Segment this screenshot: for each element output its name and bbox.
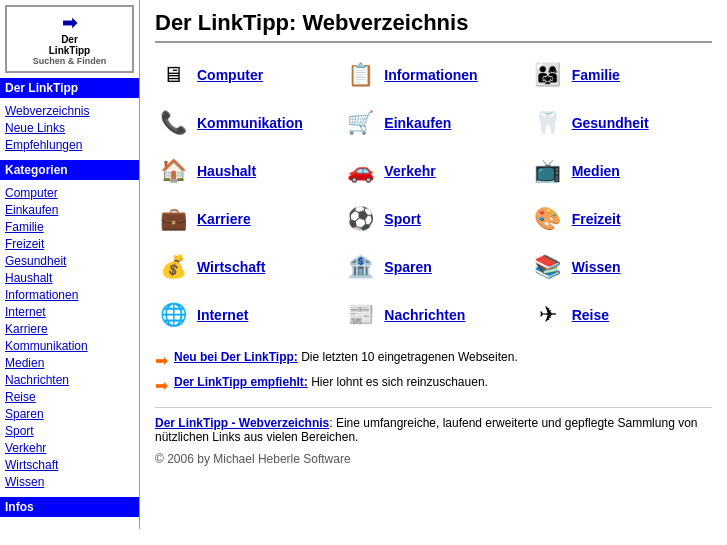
cat-link-einkaufen[interactable]: Einkaufen (384, 115, 451, 131)
cat-link-internet[interactable]: Internet (197, 307, 248, 323)
info-link-empfiehlt[interactable]: Der LinkTipp empfiehlt: (174, 375, 308, 389)
logo-arrow-icon: ➡ (62, 12, 77, 34)
cat-link-reise[interactable]: Reise (572, 307, 609, 323)
info-rows: ➡ Neu bei Der LinkTipp: Die letzten 10 e… (155, 350, 712, 395)
sidebar-item-sparen[interactable]: Sparen (5, 405, 134, 422)
cat-item-verkehr[interactable]: Verkehr (342, 151, 524, 191)
cat-item-kommunikation[interactable]: Kommunikation (155, 103, 337, 143)
cat-link-medien[interactable]: Medien (572, 163, 620, 179)
sidebar-item-freizeit[interactable]: Freizeit (5, 235, 134, 252)
einkaufen-icon (342, 105, 378, 141)
info-row-empfiehlt: ➡ Der LinkTipp empfiehlt: Hier lohnt es … (155, 375, 712, 395)
sidebar-item-medien[interactable]: Medien (5, 354, 134, 371)
sidebar-section-kategorien-header: Kategorien (0, 160, 139, 180)
cat-link-wirtschaft[interactable]: Wirtschaft (197, 259, 265, 275)
karriere-icon (155, 201, 191, 237)
cat-link-verkehr[interactable]: Verkehr (384, 163, 435, 179)
sidebar-item-wissen[interactable]: Wissen (5, 473, 134, 490)
sidebar-item-haushalt[interactable]: Haushalt (5, 269, 134, 286)
cat-item-sparen[interactable]: Sparen (342, 247, 524, 287)
cat-item-reise[interactable]: Reise (530, 295, 712, 335)
sidebar-item-karriere[interactable]: Karriere (5, 320, 134, 337)
arrow-icon-neu: ➡ (155, 351, 168, 370)
logo-subtext: Suchen & Finden (33, 56, 107, 66)
sidebar-kategorien-links: Computer Einkaufen Familie Freizeit Gesu… (0, 182, 139, 492)
reise-icon (530, 297, 566, 333)
cat-item-familie[interactable]: Familie (530, 55, 712, 95)
category-grid: Computer Informationen Familie Kommunika… (155, 55, 712, 335)
freizeit-icon (530, 201, 566, 237)
info-row-neu: ➡ Neu bei Der LinkTipp: Die letzten 10 e… (155, 350, 712, 370)
cat-link-computer[interactable]: Computer (197, 67, 263, 83)
sidebar-item-internet[interactable]: Internet (5, 303, 134, 320)
cat-item-haushalt[interactable]: Haushalt (155, 151, 337, 191)
verkehr-icon (342, 153, 378, 189)
cat-link-nachrichten[interactable]: Nachrichten (384, 307, 465, 323)
logo-text1: Der (61, 34, 78, 45)
sidebar-item-computer[interactable]: Computer (5, 184, 134, 201)
sidebar-item-verkehr[interactable]: Verkehr (5, 439, 134, 456)
cat-item-informationen[interactable]: Informationen (342, 55, 524, 95)
cat-link-gesundheit[interactable]: Gesundheit (572, 115, 649, 131)
sidebar-item-wirtschaft[interactable]: Wirtschaft (5, 456, 134, 473)
cat-link-informationen[interactable]: Informationen (384, 67, 477, 83)
cat-item-wissen[interactable]: Wissen (530, 247, 712, 287)
arrow-icon-empfiehlt: ➡ (155, 376, 168, 395)
cat-item-nachrichten[interactable]: Nachrichten (342, 295, 524, 335)
cat-link-sparen[interactable]: Sparen (384, 259, 431, 275)
cat-link-sport[interactable]: Sport (384, 211, 421, 227)
sidebar-item-neue-links[interactable]: Neue Links (5, 119, 134, 136)
cat-item-karriere[interactable]: Karriere (155, 199, 337, 239)
cat-item-internet[interactable]: Internet (155, 295, 337, 335)
cat-link-karriere[interactable]: Karriere (197, 211, 251, 227)
description-paragraph: Der LinkTipp - Webverzeichnis: Eine umfa… (155, 416, 712, 444)
cat-link-kommunikation[interactable]: Kommunikation (197, 115, 303, 131)
cat-item-wirtschaft[interactable]: Wirtschaft (155, 247, 337, 287)
wirtschaft-icon (155, 249, 191, 285)
page-title: Der LinkTipp: Webverzeichnis (155, 10, 712, 43)
cat-item-freizeit[interactable]: Freizeit (530, 199, 712, 239)
cat-link-familie[interactable]: Familie (572, 67, 620, 83)
sidebar-item-gesundheit[interactable]: Gesundheit (5, 252, 134, 269)
info-link-neu[interactable]: Neu bei Der LinkTipp: (174, 350, 298, 364)
sidebar-item-informationen[interactable]: Informationen (5, 286, 134, 303)
nachrichten-icon (342, 297, 378, 333)
bottom-description: Der LinkTipp - Webverzeichnis: Eine umfa… (155, 407, 712, 466)
informationen-icon (342, 57, 378, 93)
sidebar-item-einkaufen[interactable]: Einkaufen (5, 201, 134, 218)
familie-icon (530, 57, 566, 93)
sidebar-section-linktipp-header: Der LinkTipp (0, 78, 139, 98)
sidebar-item-empfehlungen[interactable]: Empfehlungen (5, 136, 134, 153)
info-text-empfiehlt: Der LinkTipp empfiehlt: Hier lohnt es si… (174, 375, 488, 389)
cat-link-freizeit[interactable]: Freizeit (572, 211, 621, 227)
cat-link-haushalt[interactable]: Haushalt (197, 163, 256, 179)
sidebar-section-infos-header: Infos (0, 497, 139, 517)
sidebar-item-kommunikation[interactable]: Kommunikation (5, 337, 134, 354)
cat-item-gesundheit[interactable]: Gesundheit (530, 103, 712, 143)
cat-link-wissen[interactable]: Wissen (572, 259, 621, 275)
logo-text2: LinkTipp (49, 45, 90, 56)
site-logo: ➡ Der LinkTipp Suchen & Finden (5, 5, 134, 73)
info-text-neu: Neu bei Der LinkTipp: Die letzten 10 ein… (174, 350, 518, 364)
cat-item-medien[interactable]: Medien (530, 151, 712, 191)
sport-icon (342, 201, 378, 237)
sidebar-item-reise[interactable]: Reise (5, 388, 134, 405)
cat-item-einkaufen[interactable]: Einkaufen (342, 103, 524, 143)
sidebar-item-nachrichten[interactable]: Nachrichten (5, 371, 134, 388)
cat-item-computer[interactable]: Computer (155, 55, 337, 95)
sidebar-linktipp-links: Webverzeichnis Neue Links Empfehlungen (0, 100, 139, 155)
description-link[interactable]: Der LinkTipp - Webverzeichnis (155, 416, 329, 430)
gesundheit-icon (530, 105, 566, 141)
sparen-icon (342, 249, 378, 285)
medien-icon (530, 153, 566, 189)
sidebar-item-webverzeichnis[interactable]: Webverzeichnis (5, 102, 134, 119)
sidebar-item-familie[interactable]: Familie (5, 218, 134, 235)
sidebar-item-sport[interactable]: Sport (5, 422, 134, 439)
kommunikation-icon (155, 105, 191, 141)
copyright-text: © 2006 by Michael Heberle Software (155, 452, 712, 466)
internet-icon (155, 297, 191, 333)
computer-icon (155, 57, 191, 93)
wissen-icon (530, 249, 566, 285)
haushalt-icon (155, 153, 191, 189)
cat-item-sport[interactable]: Sport (342, 199, 524, 239)
